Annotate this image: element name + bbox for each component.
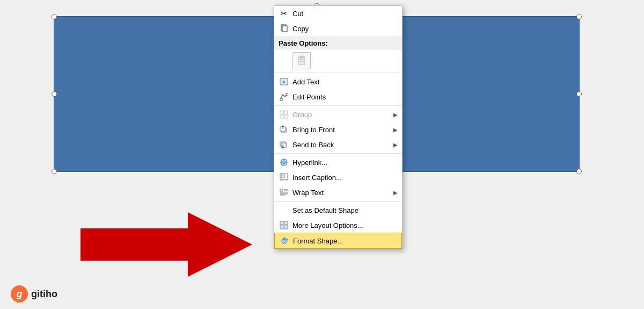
red-arrow [80,212,252,277]
menu-item-edit-points-label: Edit Points [292,93,398,101]
gitiho-symbol: g [11,285,28,303]
menu-item-more-layout[interactable]: More Layout Options... [274,218,402,233]
menu-item-hyperlink-label: Hyperlink... [292,159,398,167]
menu-item-send-to-back[interactable]: Send to Back ▶ [274,137,402,152]
separator-4 [274,201,402,202]
menu-item-insert-caption-label: Insert Caption... [292,174,398,182]
svg-rect-34 [284,221,288,225]
more-layout-icon [279,220,289,231]
menu-item-cut-label: Cut [292,10,398,18]
scissors-icon: ✂ [279,8,289,19]
menu-item-bring-to-front-label: Bring to Front [292,126,393,134]
svg-rect-18 [281,143,287,147]
menu-item-wrap-text[interactable]: Wrap Text ▶ [274,185,402,200]
menu-item-group[interactable]: Group ▶ [274,107,402,122]
handle-bottom-left[interactable] [52,169,57,174]
canvas-area: ✂ Cut Copy Paste Options: [0,0,644,309]
paste-icon-box [292,52,311,69]
wrap-text-arrow: ▶ [393,190,398,196]
paste-icon-area [274,50,402,71]
svg-text:A: A [282,80,286,84]
bring-to-front-icon [279,124,289,135]
handle-mid-left[interactable] [52,91,57,97]
menu-item-hyperlink[interactable]: Hyperlink... [274,155,402,170]
group-icon [279,109,289,120]
handle-top-left[interactable] [52,14,57,19]
send-to-back-icon [279,139,289,150]
svg-rect-3 [300,56,303,58]
menu-item-paste-header: Paste Options: [274,36,402,50]
handle-top-right[interactable] [576,14,582,19]
send-to-back-arrow: ▶ [393,142,398,148]
insert-caption-icon [279,172,289,183]
menu-item-wrap-text-label: Wrap Text [292,189,393,197]
menu-item-set-default-label: Set as Default Shape [292,206,398,214]
svg-rect-35 [280,226,283,229]
svg-rect-13 [284,115,288,118]
menu-item-edit-points[interactable]: Edit Points [274,89,402,104]
wrap-text-icon [279,187,289,198]
handle-mid-right[interactable] [576,91,582,97]
svg-rect-10 [280,111,283,114]
svg-rect-33 [280,221,283,225]
menu-item-format-shape[interactable]: Format Shape... [274,233,402,249]
menu-item-add-text[interactable]: A Add Text [274,74,402,89]
gitiho-logo: g gitiho [11,285,57,303]
menu-item-group-label: Group [292,111,393,119]
svg-rect-8 [280,98,282,100]
separator-3 [274,153,402,154]
svg-rect-1 [282,26,287,32]
svg-rect-11 [284,111,288,114]
menu-item-set-default[interactable]: Set as Default Shape [274,203,402,218]
separator-2 [274,105,402,106]
menu-item-cut[interactable]: ✂ Cut [274,6,402,21]
copy-icon [279,23,289,34]
context-menu: ✂ Cut Copy Paste Options: [274,5,402,249]
menu-item-copy-label: Copy [292,25,398,33]
menu-item-add-text-label: Add Text [292,78,398,86]
menu-item-insert-caption[interactable]: Insert Caption... [274,170,402,185]
menu-item-send-to-back-label: Send to Back [292,141,393,149]
separator-1 [274,73,402,73]
svg-rect-12 [280,115,283,118]
menu-item-format-shape-label: Format Shape... [293,237,397,245]
svg-rect-24 [281,175,284,178]
handle-bottom-right[interactable] [576,169,582,174]
group-arrow: ▶ [393,112,398,118]
hyperlink-icon [279,157,289,168]
menu-item-bring-to-front[interactable]: Bring to Front ▶ [274,122,402,137]
edit-points-icon [279,91,289,102]
format-shape-icon [279,235,290,246]
set-default-icon [279,205,289,215]
bring-to-front-arrow: ▶ [393,127,398,133]
svg-marker-41 [80,212,252,277]
svg-rect-27 [280,189,283,192]
menu-item-paste-header-label: Paste Options: [279,39,398,47]
menu-item-copy[interactable]: Copy [274,21,402,36]
add-text-icon: A [279,76,289,87]
svg-rect-36 [284,226,288,229]
menu-item-more-layout-label: More Layout Options... [292,221,398,229]
svg-point-38 [283,239,286,242]
gitiho-name: gitiho [31,289,57,300]
svg-rect-9 [286,94,288,96]
